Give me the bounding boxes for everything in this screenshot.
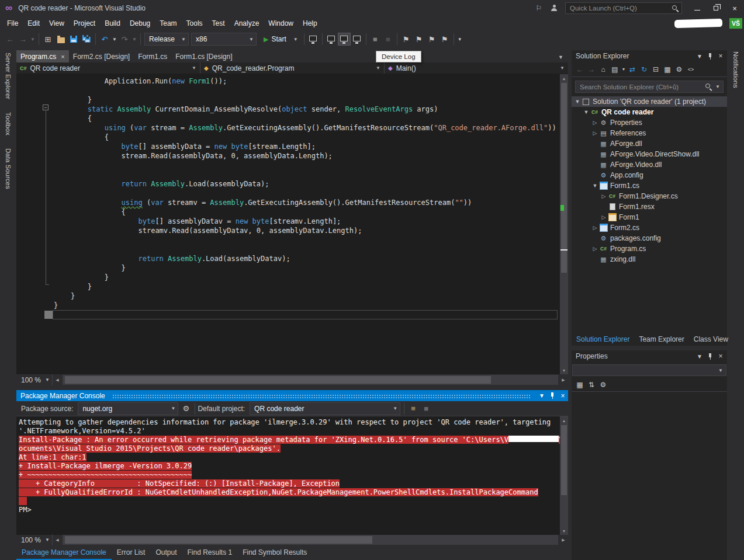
tree-item[interactable]: ▦AForge.dll — [572, 138, 727, 149]
default-project-select[interactable]: QR code reader ▼ — [250, 402, 400, 415]
expander-icon[interactable]: ▷ — [591, 246, 599, 252]
collapse-region-icon[interactable]: − — [43, 105, 49, 110]
panel-tab-class-view[interactable]: Class View — [689, 335, 733, 343]
panel-tab-solution-explorer[interactable]: Solution Explorer — [572, 335, 634, 343]
home-icon[interactable]: ⌂ — [597, 64, 609, 75]
side-tab-server-explorer[interactable]: Server Explorer — [5, 53, 12, 99]
close-icon[interactable]: × — [715, 51, 726, 61]
properties-header[interactable]: Properties ▼ × — [572, 350, 727, 362]
menu-view[interactable]: View — [44, 19, 69, 27]
scrollbar-thumb[interactable] — [65, 376, 491, 384]
tree-item[interactable]: ▷C#Program.cs — [572, 244, 727, 254]
close-icon[interactable]: × — [61, 53, 64, 60]
side-tab-toolbox[interactable]: Toolbox — [5, 112, 12, 135]
user-avatar-badge[interactable]: VŠ — [729, 18, 742, 29]
scrollbar-thumb[interactable] — [561, 425, 567, 495]
expander-icon[interactable]: ▷ — [600, 214, 608, 220]
tree-item[interactable]: ▷Form2.cs — [572, 222, 727, 233]
clear-console-icon[interactable]: ≡ — [407, 402, 420, 415]
expander-icon[interactable]: ▷ — [591, 225, 599, 231]
console-horizontal-scrollbar[interactable] — [63, 535, 558, 545]
menu-tools[interactable]: Tools — [182, 19, 207, 27]
menu-debug[interactable]: Debug — [125, 19, 155, 27]
bottom-tab-find-results-1[interactable]: Find Results 1 — [182, 545, 237, 560]
menu-build[interactable]: Build — [100, 19, 125, 27]
show-all-files-icon[interactable]: ▦ — [662, 64, 673, 75]
forward-icon[interactable]: → — [586, 64, 597, 75]
side-tab-data-sources[interactable]: Data Sources — [5, 148, 12, 189]
scroll-down-icon[interactable]: ▼ — [560, 366, 568, 374]
tree-item[interactable]: ▼Form1.cs — [572, 180, 727, 191]
solution-explorer-header[interactable]: Solution Explorer ▼ × — [572, 50, 727, 62]
save-icon[interactable] — [67, 33, 80, 46]
pin-icon[interactable] — [705, 352, 715, 361]
menu-help[interactable]: Help — [298, 19, 322, 27]
scrollbar-thumb[interactable] — [561, 83, 567, 273]
breadcrumb-member-dropdown[interactable]: ◆ Main() ▼ — [385, 62, 568, 74]
expander-icon[interactable]: ▷ — [591, 120, 599, 126]
chevron-down-icon[interactable]: ▼ — [621, 64, 627, 75]
navigate-forward-icon[interactable]: → — [16, 33, 29, 46]
switch-views-icon[interactable]: ▤ — [609, 64, 621, 75]
undo-more-icon[interactable]: ▼ — [111, 33, 118, 46]
tree-item[interactable]: ▦AForge.Video.dll — [572, 159, 727, 170]
expander-icon[interactable]: ▼ — [591, 183, 599, 189]
collapse-all-icon[interactable]: ⊟ — [650, 64, 662, 75]
console-titlebar[interactable]: Package Manager Console ▼ × — [16, 390, 568, 401]
start-button[interactable]: ▶Start▼ — [259, 33, 300, 46]
tree-item[interactable]: ⚙packages.config — [572, 233, 727, 244]
bottom-tab-error-list[interactable]: Error List — [112, 545, 151, 560]
menu-window[interactable]: Window — [264, 19, 298, 27]
doc-tab-program-cs[interactable]: Program.cs× — [16, 50, 69, 62]
drag-handle[interactable] — [112, 394, 531, 399]
open-file-icon[interactable] — [54, 33, 67, 46]
window-position-icon[interactable]: ▼ — [694, 352, 705, 361]
navigate-backward-icon[interactable]: ← — [4, 33, 16, 46]
tree-item[interactable]: ▷▤References — [572, 128, 727, 138]
doc-tab-form1-cs[interactable]: Form1.cs — [134, 50, 171, 62]
navigation-more-icon[interactable]: ▼ — [29, 33, 36, 46]
expander-icon[interactable]: ▼ — [573, 99, 582, 105]
save-all-icon[interactable] — [80, 33, 93, 46]
breadcrumb-type-dropdown[interactable]: ◆ QR_code_reader.Program ▼ — [200, 62, 385, 74]
breadcrumb-project-dropdown[interactable]: C# QR code reader ▼ — [16, 62, 200, 74]
new-project-icon[interactable]: ⊞ — [41, 33, 54, 46]
window-position-icon[interactable]: ▼ — [694, 51, 705, 61]
scroll-right-icon[interactable]: ▶ — [559, 535, 568, 545]
sign-in-user-icon[interactable] — [546, 2, 562, 15]
window-position-icon[interactable]: ▼ — [537, 391, 547, 401]
editor-zoom-select[interactable]: 100 % ▼ — [16, 374, 53, 385]
refresh-icon[interactable]: ↻ — [638, 64, 650, 75]
menu-project[interactable]: Project — [69, 19, 100, 27]
tree-item[interactable]: ▦zxing.dll — [572, 254, 727, 265]
tree-item[interactable]: ▷C#Form1.Designer.cs — [572, 191, 727, 201]
redo-more-icon[interactable]: ▼ — [131, 33, 138, 46]
bottom-tab-package-manager-console[interactable]: Package Manager Console — [16, 545, 112, 560]
console-zoom-select[interactable]: 100 % ▼ — [16, 534, 53, 545]
scroll-down-icon[interactable]: ▼ — [560, 527, 568, 535]
close-icon[interactable]: × — [558, 391, 568, 401]
tree-item[interactable]: Form1.resx — [572, 201, 727, 212]
code-view-icon[interactable]: <> — [685, 64, 697, 75]
scroll-up-icon[interactable]: ▲ — [560, 74, 568, 82]
navigate-backward-code-icon[interactable]: ≡ — [382, 33, 395, 46]
tab-overflow-icon[interactable]: ▼ — [558, 54, 568, 62]
close-icon[interactable]: × — [715, 352, 726, 361]
expander-icon[interactable]: ▷ — [591, 130, 599, 136]
scroll-left-icon[interactable]: ◀ — [53, 375, 62, 385]
pin-icon[interactable] — [705, 51, 715, 61]
properties-window-icon[interactable]: ⚙ — [673, 64, 685, 75]
doc-tab-form1-cs-design-[interactable]: Form1.cs [Design] — [171, 50, 236, 62]
scrollbar-thumb[interactable] — [65, 536, 372, 544]
minimize-button[interactable] — [688, 1, 707, 15]
sync-with-active-document-icon[interactable]: ⇄ — [627, 64, 638, 75]
bottom-tab-find-symbol-results[interactable]: Find Symbol Results — [237, 545, 312, 560]
find-in-files-icon[interactable]: ≡ — [369, 33, 382, 46]
panel-tab-team-explorer[interactable]: Team Explorer — [634, 335, 688, 343]
property-pages-icon[interactable]: ⚙ — [597, 379, 609, 391]
next-bookmark-icon[interactable]: ⚑ — [425, 33, 438, 46]
menu-file[interactable]: File — [2, 19, 23, 27]
tree-item[interactable]: ▷Form1 — [572, 212, 727, 222]
menu-test[interactable]: Test — [207, 19, 230, 27]
configuration-combo[interactable]: Release▼ — [144, 33, 189, 46]
